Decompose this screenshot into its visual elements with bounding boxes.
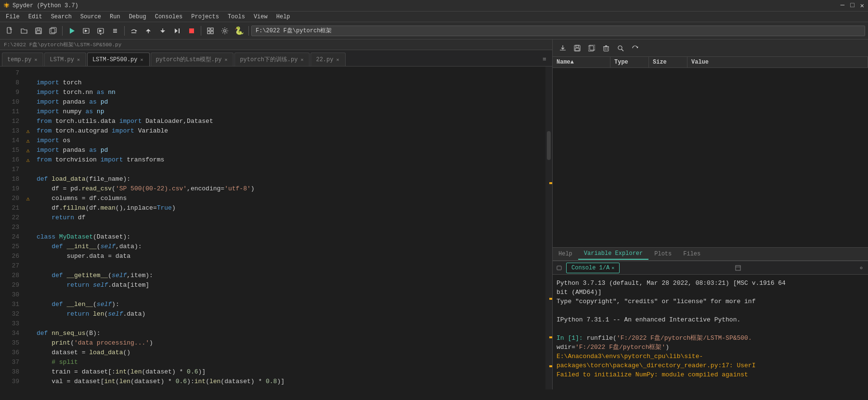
maximize-button[interactable]: □ [850,1,854,10]
tab-temp-py[interactable]: temp.py ✕ [2,53,43,66]
python-icon: 🐍 [233,24,246,38]
stop-button[interactable] [185,24,198,38]
console-tab-close[interactable]: ✕ [611,265,614,271]
svg-rect-25 [207,28,210,30]
menu-file[interactable]: File [2,13,24,21]
main-layout: F:\2022 F盘\pytorch框架\LSTM-SP&500.py temp… [0,40,868,389]
menu-bar: File Edit Search Source Run Debug Consol… [0,12,868,22]
console-tab-1[interactable]: Console 1/A ✕ [566,263,620,273]
tab-bar: temp.py ✕ LSTM.py ✕ LSTM-SP500.py ✕ pyto… [0,50,552,67]
panes-button[interactable] [204,24,217,38]
col-type[interactable]: Type [610,57,649,67]
tab-close-22py[interactable]: ✕ [335,56,340,63]
run-cell-button[interactable] [79,24,93,38]
console-new-button[interactable] [555,263,564,273]
step-into-button[interactable] [142,24,155,38]
save-data-button[interactable] [571,42,583,54]
save-as-button[interactable] [585,42,598,54]
menu-edit[interactable]: Edit [25,13,46,21]
tab-plots[interactable]: Plots [648,249,677,259]
svg-marker-6 [70,28,75,34]
open-file-button[interactable] [17,24,31,38]
settings-button[interactable] [218,24,232,38]
tab-help[interactable]: Help [553,249,578,259]
col-name[interactable]: Name▲ [553,57,610,67]
tab-22py[interactable]: 22.py ✕ [311,53,345,66]
tab-lstm-py[interactable]: LSTM.py ✕ [44,53,86,66]
menu-debug[interactable]: Debug [125,13,150,21]
tab-pytorch-lstm[interactable]: pytorch的Lstm模型.py ✕ [151,53,234,66]
step-over-button[interactable] [127,24,141,38]
menu-help[interactable]: Help [272,13,294,21]
svg-rect-0 [7,27,11,33]
col-size[interactable]: Size [649,57,687,67]
tab-label: LSTM-SP500.py [92,56,138,63]
step-out-button[interactable] [156,24,169,38]
menu-view[interactable]: View [250,13,272,21]
svg-marker-8 [85,29,88,32]
continue-button[interactable] [170,24,184,38]
svg-marker-12 [100,34,102,35]
warning-13: ⚠ [23,126,33,136]
svg-marker-42 [636,47,638,48]
debug-button[interactable] [108,24,122,38]
tab-lstm-sp500[interactable]: LSTM-SP500.py ✕ [87,53,150,66]
console-line-5: wdir='F:/2022 F盘/pytorch框架') [557,344,669,351]
menu-consoles[interactable]: Consoles [151,13,187,21]
path-bar[interactable]: F:\2022 F盘\pytorch框架 [251,26,865,36]
warning-16: ⚠ [23,155,33,165]
svg-rect-32 [575,48,579,51]
tab-close-pytorch-train[interactable]: ✕ [299,56,304,63]
menu-tools[interactable]: Tools [224,13,249,21]
svg-point-40 [618,46,622,50]
svg-point-29 [224,29,226,32]
tab-close-lstm[interactable]: ✕ [76,56,81,63]
menu-search[interactable]: Search [47,13,76,21]
save-button[interactable] [32,24,45,38]
run-button[interactable] [65,24,78,38]
delete-button[interactable] [600,42,612,54]
col-value[interactable]: Value [687,57,868,67]
toolbar: 🐍 F:\2022 F盘\pytorch框架 [0,22,868,40]
console-line-3: Type "copyright", "credits" or "license"… [557,298,755,305]
console-line-6: E:\Anaconda3\envs\pytorch_cpu\lib\site- [557,353,703,360]
tab-files[interactable]: Files [677,249,706,259]
scroll-marker-4 [549,365,552,367]
close-button[interactable]: ✕ [860,1,864,10]
tab-variable-explorer[interactable]: Variable Explorer [578,248,648,260]
code-area: 7 8 9 10 11 12 13 14 15 16 17 18 19 20 2… [0,67,552,389]
tab-close-temp[interactable]: ✕ [33,56,38,63]
tab-pytorch-train[interactable]: pytorch下的训练.py ✕ [234,53,310,66]
console-line-1: Python 3.7.13 (default, Mar 28 2022, 08:… [557,280,786,287]
minimize-button[interactable]: ─ [841,1,844,10]
editor-scrollbar[interactable] [545,67,552,389]
new-file-button[interactable] [3,24,16,38]
console-tab-bar: Console 1/A ✕ [553,261,868,275]
search-var-button[interactable] [614,42,627,54]
svg-marker-22 [175,28,178,33]
var-table-header: Name▲ Type Size Value [553,57,868,68]
svg-marker-20 [160,30,165,33]
svg-rect-26 [211,28,213,30]
import-data-button[interactable] [557,42,569,54]
tab-options-button[interactable]: ≡ [539,53,550,66]
run-cell-advance-button[interactable] [94,24,107,38]
path-text: F:\2022 F盘\pytorch框架 [256,27,332,35]
code-editor[interactable]: import torch import torch.nn as nn impor… [33,67,545,389]
svg-rect-35 [604,47,609,51]
tab-close-lstm-sp500[interactable]: ✕ [140,56,144,63]
tab-close-pytorch-lstm[interactable]: ✕ [223,56,228,63]
console-line-8: Failed to initialize NumPy: module compi… [557,371,748,378]
refresh-button[interactable] [629,42,641,54]
menu-projects[interactable]: Projects [187,13,223,21]
svg-rect-28 [211,31,213,34]
console-maximize-button[interactable] [733,263,743,273]
breadcrumb-text: F:\2022 F盘\pytorch框架\LSTM-SP&500.py [4,41,121,48]
save-all-button[interactable] [46,24,60,38]
svg-line-41 [622,49,623,51]
menu-run[interactable]: Run [106,13,124,21]
tab-label: pytorch的Lstm模型.py [156,55,222,64]
menu-source[interactable]: Source [77,13,105,21]
right-panel-tabs: Help Variable Explorer Plots Files [553,247,868,261]
console-output[interactable]: Python 3.7.13 (default, Mar 28 2022, 08:… [553,275,868,389]
